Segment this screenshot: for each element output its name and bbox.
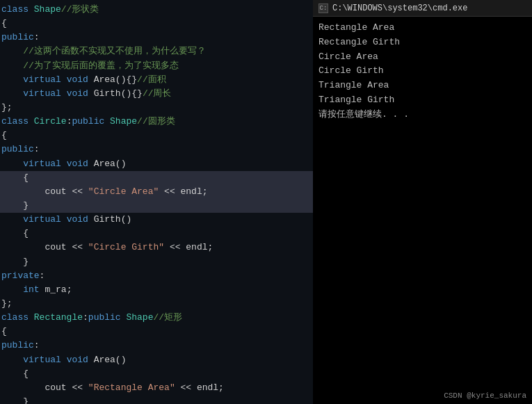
code-line: virtual void Area() (0, 353, 313, 367)
code-line: virtual void Area() (0, 157, 313, 171)
code-line: { (0, 227, 313, 241)
cmd-output-line: Triangle Girth (319, 93, 526, 108)
code-line: cout << "Circle Area" << endl; (0, 185, 313, 199)
code-line: private: (0, 269, 313, 283)
code-line: { (0, 171, 313, 185)
code-line: cout << "Rectangle Area" << endl; (0, 381, 313, 395)
code-line: { (0, 367, 313, 381)
code-line: } (0, 395, 313, 404)
code-line: public: (0, 339, 313, 353)
code-line: { (0, 129, 313, 143)
code-line: } (0, 199, 313, 213)
cmd-icon: C: (319, 3, 328, 13)
code-line: } (0, 255, 313, 269)
code-line: }; (0, 297, 313, 311)
cmd-body: Rectangle AreaRectangle GirthCircle Area… (313, 17, 532, 389)
code-line: class Rectangle:public Shape//矩形 (0, 311, 313, 325)
cmd-output-line: Rectangle Area (319, 21, 526, 35)
code-line: public: (0, 31, 313, 45)
code-line: class Shape//形状类 (0, 3, 313, 17)
cmd-output-line: Rectangle Girth (319, 35, 526, 50)
code-line: //这两个函数不实现又不使用，为什么要写？ (0, 45, 313, 58)
code-line: virtual void Area(){}//面积 (0, 73, 313, 87)
code-line: }; (0, 101, 313, 115)
code-line: { (0, 325, 313, 339)
cmd-footer: CSDN @kyrie_sakura (313, 389, 532, 404)
code-line: //为了实现后面的覆盖，为了实现多态 (0, 59, 313, 73)
code-line: cout << "Circle Girth" << endl; (0, 241, 313, 254)
code-line: int m_ra; (0, 283, 313, 297)
cmd-output-line: Circle Area (319, 50, 526, 65)
code-editor: class Shape//形状类{public: //这两个函数不实现又不使用，… (0, 0, 313, 404)
cmd-window: C: C:\WINDOWS\system32\cmd.exe Rectangle… (313, 0, 532, 404)
cmd-title: C:\WINDOWS\system32\cmd.exe (332, 3, 467, 13)
code-line: virtual void Girth() (0, 213, 313, 227)
code-line: public: (0, 143, 313, 156)
code-line: virtual void Girth(){}//周长 (0, 87, 313, 101)
cmd-output-line: Triangle Area (319, 79, 526, 93)
cmd-output-line: 请按任意键继续. . . (319, 108, 526, 122)
code-line: { (0, 17, 313, 31)
cmd-output-line: Circle Girth (319, 64, 526, 79)
code-line: class Circle:public Shape//圆形类 (0, 115, 313, 129)
cmd-titlebar: C: C:\WINDOWS\system32\cmd.exe (313, 0, 532, 17)
